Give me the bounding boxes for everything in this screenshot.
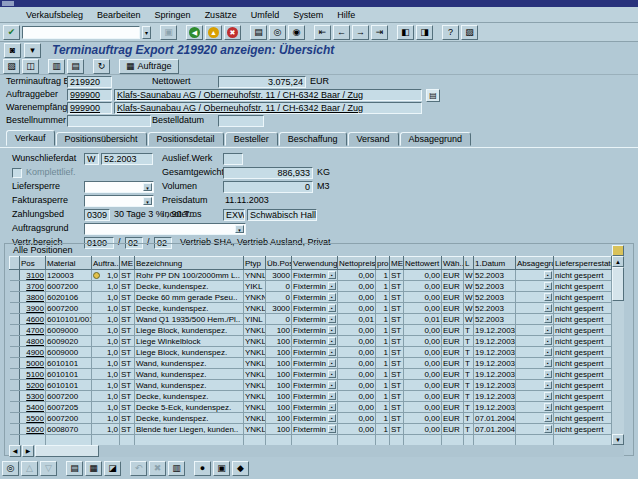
auslieferwerk-field[interactable] [223,153,243,165]
position-link[interactable]: 3900 [26,304,44,313]
table-configuration-icon[interactable] [612,245,624,256]
auftraggeber-address-field[interactable]: Klafs-Saunabau AG / Oberneuhofstr. 11 / … [114,89,422,101]
customize-icon[interactable]: ▨ [461,25,478,40]
command-field[interactable] [22,26,140,39]
verw-dropdown-icon[interactable]: ▪ [328,337,336,345]
auftragsgrund-dropdown-icon[interactable]: ▾ [235,225,244,233]
undo-icon[interactable]: ↶ [130,461,147,476]
position-link[interactable]: 5200 [26,381,44,390]
nettowert-field[interactable]: 3.075,24 [218,76,306,88]
position-link[interactable]: 3700 [26,282,44,291]
title-status-icon[interactable]: ◙ [4,43,21,58]
position-link[interactable]: 3800 [26,293,44,302]
tab-positionsübersicht[interactable]: Positionsübersicht [56,132,147,146]
prev-page-icon[interactable]: ← [333,25,350,40]
print-icon[interactable]: ▤ [250,25,267,40]
position-link[interactable]: 5100 [26,370,44,379]
position-link[interactable]: 4800 [26,337,44,346]
verw-dropdown-icon[interactable]: ▪ [328,370,336,378]
column-material[interactable]: Material [46,257,92,270]
column-uebpos[interactable]: Üb.Pos [266,257,292,270]
absage-dropdown-icon[interactable]: ▪ [544,359,552,367]
incoterms-code-field[interactable]: EXW [223,209,245,221]
menu-umfeld[interactable]: Umfeld [251,10,280,20]
row-selector[interactable] [10,336,20,347]
position-link[interactable]: 5600 [26,425,44,434]
column-preis[interactable]: Nettopreis [338,257,376,270]
copy-icon[interactable]: ▥ [48,59,65,74]
row-selector[interactable] [10,270,20,281]
absage-dropdown-icon[interactable]: ▪ [544,425,552,433]
wunschlieferdat-field[interactable]: 52.2003 [101,153,153,165]
tab-positionsdetail[interactable]: Positionsdetail [148,132,224,146]
vertical-scrollbar[interactable]: ▲ ▼ [612,256,624,445]
last-page-icon[interactable]: ⇥ [371,25,388,40]
column-absage[interactable]: Absagegrund [516,257,554,270]
absage-dropdown-icon[interactable]: ▪ [544,304,552,312]
menu-verkaufsbeleg[interactable]: Verkaufsbeleg [26,10,83,20]
next-page-icon[interactable]: → [352,25,369,40]
position-link[interactable]: 5000 [26,359,44,368]
liefersperre-field[interactable]: ▾ [84,181,154,193]
column-ptyp[interactable]: Ptyp [244,257,266,270]
terminauftrag-field[interactable]: 219920 [67,76,112,88]
position-link[interactable]: 5300 [26,392,44,401]
tab-verkauf[interactable]: Verkauf [6,130,55,146]
tab-besteller[interactable]: Besteller [225,132,278,146]
find-item-icon[interactable]: ◎ [2,461,19,476]
partner-document-icon[interactable]: ▤ [426,89,440,102]
verw-dropdown-icon[interactable]: ▪ [328,425,336,433]
verw-dropdown-icon[interactable]: ▪ [328,293,336,301]
warenempfaenger-address-field[interactable]: Klafs-Saunabau AG / Oberneuhofstr. 11 / … [114,102,422,114]
row-selector[interactable] [10,303,20,314]
bestellnummer-field[interactable] [67,115,151,127]
scroll-down-icon[interactable]: ▼ [612,434,624,445]
horizontal-scroll-thumb[interactable] [35,445,99,457]
row-selector[interactable] [10,402,20,413]
warenempfaenger-code-field[interactable]: 999900 [67,102,112,114]
position-link[interactable]: 3100 [26,271,44,280]
row-selector[interactable] [10,314,20,325]
row-selector[interactable] [10,358,20,369]
scroll-left-icon[interactable]: ◀ [9,445,21,457]
position-link[interactable]: 4600 [26,315,44,324]
verw-dropdown-icon[interactable]: ▪ [328,315,336,323]
tab-versand[interactable]: Versand [348,132,399,146]
column-l[interactable]: L [464,257,474,270]
fakturasperre-field[interactable]: ▾ [84,195,154,207]
title-services-icon[interactable]: ▾ [24,43,41,58]
absage-dropdown-icon[interactable]: ▪ [544,392,552,400]
absage-dropdown-icon[interactable]: ▪ [544,337,552,345]
absage-dropdown-icon[interactable]: ▪ [544,293,552,301]
vertical-scroll-thumb[interactable] [612,267,624,301]
column-datum[interactable]: 1.Datum [474,257,516,270]
help-icon[interactable]: ? [442,25,459,40]
find-icon[interactable]: ◎ [269,25,286,40]
column-me2[interactable]: ME [390,257,404,270]
pricing-icon[interactable]: ▣ [213,461,230,476]
absage-dropdown-icon[interactable]: ▪ [544,282,552,290]
first-page-icon[interactable]: ⇤ [314,25,331,40]
row-selector[interactable] [10,347,20,358]
verw-dropdown-icon[interactable]: ▪ [328,414,336,422]
sort-ascending-icon[interactable]: △ [21,461,38,476]
column-verw[interactable]: Verwendung [292,257,338,270]
row-selector[interactable] [10,325,20,336]
bestelldatum-field[interactable] [218,115,264,127]
absage-dropdown-icon[interactable]: ▪ [544,414,552,422]
main-item-icon[interactable]: ▦ [85,461,102,476]
enter-icon[interactable]: ✔ [3,25,20,40]
column-wert[interactable]: Nettowert [404,257,442,270]
exit-icon[interactable]: ▲ [205,25,222,40]
shortcut-icon[interactable]: ◨ [416,25,433,40]
column-qty[interactable]: Auftra.. [92,257,120,270]
menu-zusätze[interactable]: Zusätze [205,10,237,20]
verw-dropdown-icon[interactable]: ▪ [328,392,336,400]
absage-dropdown-icon[interactable]: ▪ [544,403,552,411]
scroll-right-icon[interactable]: ▶ [22,445,34,457]
find-next-icon[interactable]: ◉ [288,25,305,40]
verw-dropdown-icon[interactable]: ▪ [328,359,336,367]
wunschlieferdat-type-field[interactable]: W [84,153,99,165]
sort-descending-icon[interactable]: ▽ [40,461,57,476]
verw-dropdown-icon[interactable]: ▪ [328,403,336,411]
